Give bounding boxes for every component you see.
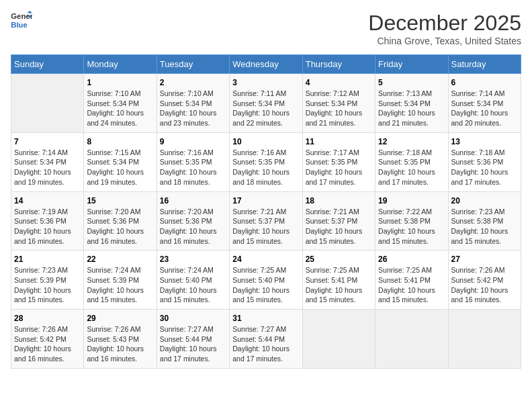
day-info: Sunrise: 7:17 AMSunset: 5:35 PMDaylight:… xyxy=(306,148,372,187)
day-info: Sunrise: 7:13 AMSunset: 5:34 PMDaylight:… xyxy=(378,89,445,128)
table-row: 21Sunrise: 7:23 AMSunset: 5:39 PMDayligh… xyxy=(11,250,84,310)
table-row: 20Sunrise: 7:23 AMSunset: 5:38 PMDayligh… xyxy=(448,191,521,250)
table-row: 23Sunrise: 7:24 AMSunset: 5:40 PMDayligh… xyxy=(157,250,229,310)
day-info: Sunrise: 7:15 AMSunset: 5:34 PMDaylight:… xyxy=(87,148,153,187)
day-number: 8 xyxy=(87,137,153,146)
day-number: 5 xyxy=(378,78,445,87)
day-number: 14 xyxy=(14,196,81,205)
day-info: Sunrise: 7:16 AMSunset: 5:35 PMDaylight:… xyxy=(160,148,226,187)
day-number: 2 xyxy=(160,78,226,87)
day-info: Sunrise: 7:20 AMSunset: 5:36 PMDaylight:… xyxy=(87,207,153,246)
day-info: Sunrise: 7:23 AMSunset: 5:38 PMDaylight:… xyxy=(451,207,518,246)
day-number: 29 xyxy=(87,314,153,323)
day-info: Sunrise: 7:24 AMSunset: 5:40 PMDaylight:… xyxy=(160,265,226,305)
day-number: 17 xyxy=(232,196,299,205)
table-row: 5Sunrise: 7:13 AMSunset: 5:34 PMDaylight… xyxy=(375,74,448,133)
page-header: General Blue December 2025 China Grove, … xyxy=(11,11,521,46)
table-row xyxy=(448,310,521,369)
table-row: 13Sunrise: 7:18 AMSunset: 5:36 PMDayligh… xyxy=(448,132,521,191)
table-row: 2Sunrise: 7:10 AMSunset: 5:34 PMDaylight… xyxy=(157,74,229,133)
day-info: Sunrise: 7:11 AMSunset: 5:34 PMDaylight:… xyxy=(232,89,299,128)
col-wednesday: Wednesday xyxy=(230,55,302,74)
day-number: 6 xyxy=(451,78,518,87)
calendar-week-row: 28Sunrise: 7:26 AMSunset: 5:42 PMDayligh… xyxy=(11,310,521,369)
day-number: 30 xyxy=(160,314,226,323)
table-row xyxy=(302,310,375,369)
day-info: Sunrise: 7:14 AMSunset: 5:34 PMDaylight:… xyxy=(451,89,518,128)
calendar-header-row: Sunday Monday Tuesday Wednesday Thursday… xyxy=(11,55,521,74)
day-info: Sunrise: 7:25 AMSunset: 5:41 PMDaylight:… xyxy=(306,265,372,305)
table-row: 28Sunrise: 7:26 AMSunset: 5:42 PMDayligh… xyxy=(11,310,84,369)
day-info: Sunrise: 7:25 AMSunset: 5:40 PMDaylight:… xyxy=(232,265,299,305)
col-monday: Monday xyxy=(84,55,157,74)
day-info: Sunrise: 7:26 AMSunset: 5:42 PMDaylight:… xyxy=(451,265,518,305)
table-row: 25Sunrise: 7:25 AMSunset: 5:41 PMDayligh… xyxy=(302,250,375,310)
table-row: 9Sunrise: 7:16 AMSunset: 5:35 PMDaylight… xyxy=(157,132,229,191)
day-info: Sunrise: 7:22 AMSunset: 5:38 PMDaylight:… xyxy=(378,207,445,246)
day-number: 9 xyxy=(160,137,226,146)
calendar-week-row: 7Sunrise: 7:14 AMSunset: 5:34 PMDaylight… xyxy=(11,132,521,191)
day-info: Sunrise: 7:18 AMSunset: 5:35 PMDaylight:… xyxy=(378,148,445,187)
day-number: 24 xyxy=(232,255,299,264)
col-sunday: Sunday xyxy=(11,55,84,74)
table-row: 1Sunrise: 7:10 AMSunset: 5:34 PMDaylight… xyxy=(84,74,157,133)
table-row xyxy=(375,310,448,369)
day-number: 31 xyxy=(232,314,299,323)
table-row: 19Sunrise: 7:22 AMSunset: 5:38 PMDayligh… xyxy=(375,191,448,250)
table-row: 29Sunrise: 7:26 AMSunset: 5:43 PMDayligh… xyxy=(84,310,157,369)
table-row: 31Sunrise: 7:27 AMSunset: 5:44 PMDayligh… xyxy=(230,310,302,369)
col-thursday: Thursday xyxy=(302,55,375,74)
day-number: 13 xyxy=(451,137,518,146)
day-number: 28 xyxy=(14,314,81,323)
day-info: Sunrise: 7:10 AMSunset: 5:34 PMDaylight:… xyxy=(160,89,226,128)
day-number: 19 xyxy=(378,196,445,205)
logo: General Blue xyxy=(11,11,32,30)
table-row: 24Sunrise: 7:25 AMSunset: 5:40 PMDayligh… xyxy=(230,250,302,310)
day-info: Sunrise: 7:26 AMSunset: 5:42 PMDaylight:… xyxy=(14,324,81,364)
day-number: 25 xyxy=(306,255,372,264)
table-row: 30Sunrise: 7:27 AMSunset: 5:44 PMDayligh… xyxy=(157,310,229,369)
day-number: 3 xyxy=(232,78,299,87)
day-number: 21 xyxy=(14,255,81,264)
day-info: Sunrise: 7:19 AMSunset: 5:36 PMDaylight:… xyxy=(14,207,81,246)
day-number: 11 xyxy=(306,137,372,146)
table-row: 18Sunrise: 7:21 AMSunset: 5:37 PMDayligh… xyxy=(302,191,375,250)
day-number: 1 xyxy=(87,78,153,87)
day-info: Sunrise: 7:21 AMSunset: 5:37 PMDaylight:… xyxy=(232,207,299,246)
calendar-table: Sunday Monday Tuesday Wednesday Thursday… xyxy=(11,54,521,369)
month-year-title: December 2025 xyxy=(368,11,521,36)
day-number: 12 xyxy=(378,137,445,146)
title-block: December 2025 China Grove, Texas, United… xyxy=(368,11,521,46)
table-row: 3Sunrise: 7:11 AMSunset: 5:34 PMDaylight… xyxy=(230,74,302,133)
day-number: 16 xyxy=(160,196,226,205)
table-row: 7Sunrise: 7:14 AMSunset: 5:34 PMDaylight… xyxy=(11,132,84,191)
table-row: 12Sunrise: 7:18 AMSunset: 5:35 PMDayligh… xyxy=(375,132,448,191)
svg-text:Blue: Blue xyxy=(11,21,28,29)
table-row: 17Sunrise: 7:21 AMSunset: 5:37 PMDayligh… xyxy=(230,191,302,250)
col-saturday: Saturday xyxy=(448,55,521,74)
day-info: Sunrise: 7:16 AMSunset: 5:35 PMDaylight:… xyxy=(232,148,299,187)
day-info: Sunrise: 7:21 AMSunset: 5:37 PMDaylight:… xyxy=(306,207,372,246)
col-friday: Friday xyxy=(375,55,448,74)
day-info: Sunrise: 7:23 AMSunset: 5:39 PMDaylight:… xyxy=(14,265,81,305)
table-row: 11Sunrise: 7:17 AMSunset: 5:35 PMDayligh… xyxy=(302,132,375,191)
day-info: Sunrise: 7:18 AMSunset: 5:36 PMDaylight:… xyxy=(451,148,518,187)
day-info: Sunrise: 7:20 AMSunset: 5:36 PMDaylight:… xyxy=(160,207,226,246)
day-number: 15 xyxy=(87,196,153,205)
day-number: 20 xyxy=(451,196,518,205)
col-tuesday: Tuesday xyxy=(157,55,229,74)
logo-icon: General Blue xyxy=(11,11,32,30)
day-number: 18 xyxy=(306,196,372,205)
table-row: 15Sunrise: 7:20 AMSunset: 5:36 PMDayligh… xyxy=(84,191,157,250)
day-info: Sunrise: 7:26 AMSunset: 5:43 PMDaylight:… xyxy=(87,324,153,364)
location-subtitle: China Grove, Texas, United States xyxy=(368,36,521,46)
table-row: 16Sunrise: 7:20 AMSunset: 5:36 PMDayligh… xyxy=(157,191,229,250)
calendar-week-row: 14Sunrise: 7:19 AMSunset: 5:36 PMDayligh… xyxy=(11,191,521,250)
table-row: 8Sunrise: 7:15 AMSunset: 5:34 PMDaylight… xyxy=(84,132,157,191)
day-number: 27 xyxy=(451,255,518,264)
calendar-week-row: 21Sunrise: 7:23 AMSunset: 5:39 PMDayligh… xyxy=(11,250,521,310)
table-row: 27Sunrise: 7:26 AMSunset: 5:42 PMDayligh… xyxy=(448,250,521,310)
day-number: 7 xyxy=(14,137,81,146)
table-row xyxy=(11,74,84,133)
table-row: 14Sunrise: 7:19 AMSunset: 5:36 PMDayligh… xyxy=(11,191,84,250)
